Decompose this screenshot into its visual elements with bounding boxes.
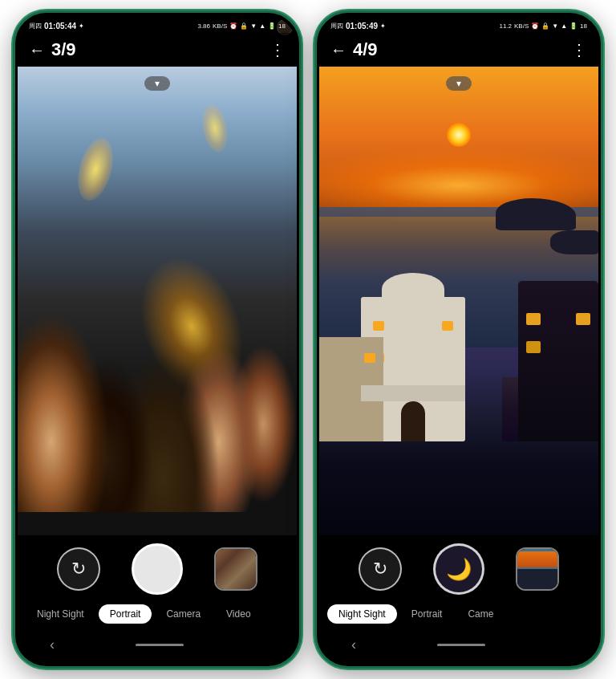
battery-icon-2: 🔋 [569,22,578,30]
status-left-1: 周四 01:05:44 ✦ [29,22,84,30]
window-warm-3 [526,341,541,353]
status-bar-2: 周四 01:05:49 ✦ 11.2 KB/S ⏰ 🔒 ▼ ▲ 🔋 18 [319,15,598,33]
alarm-icon-2: ⏰ [531,22,539,30]
time-2: 01:05:49 [346,22,378,30]
mode-tabs-2: Night Sight Portrait Came [319,601,598,630]
star-icon-2: ✦ [380,22,386,30]
shutter-button-1[interactable] [132,543,183,595]
more-button-2[interactable]: ⋮ [571,40,587,59]
tab-night-sight-2[interactable]: Night Sight [327,604,397,624]
door [401,401,425,441]
alarm-icon-1: ⏰ [229,22,237,30]
status-right-1: 3.86 KB/S ⏰ 🔒 ▼ ▲ 🔋 18 [197,22,286,30]
dome [382,273,444,305]
home-indicator-2 [437,644,485,646]
day-label-1: 周四 [29,22,42,30]
shutter-button-2[interactable]: 🌙 [433,543,484,595]
terrace [361,385,465,401]
bottom-nav-2: ‹ [319,630,598,660]
people-layer-1 [18,161,297,512]
speed-unit-1: KB/S [213,22,227,30]
window-warm-2 [576,313,590,325]
tab-night-sight-1[interactable]: Night Sight [26,604,95,624]
gallery-button-2[interactable] [516,547,559,591]
nav-bar-2: ← 4/9 ⋮ [319,33,598,67]
bottom-vignette [319,503,598,535]
sun-disk [447,123,471,147]
page-counter-2: 4/9 [353,39,571,60]
rotate-button-1[interactable]: ↻ [57,547,100,591]
home-indicator-1 [136,644,184,646]
camera-controls-1: ↻ Night Sight Portrait C [18,535,297,664]
time-1: 01:05:44 [44,22,76,30]
window-lit-1 [373,321,384,331]
status-right-2: 11.2 KB/S ⏰ 🔒 ▼ ▲ 🔋 18 [499,22,587,30]
tab-camera-1[interactable]: Camera [155,604,212,624]
rotate-button-2[interactable]: ↻ [359,547,402,591]
wifi-icon-1: ▲ [259,22,265,30]
status-left-2: 周四 01:05:49 ✦ [330,22,386,30]
phone-2-inner: 周四 01:05:49 ✦ 11.2 KB/S ⏰ 🔒 ▼ ▲ 🔋 18 ← [319,15,598,664]
battery-num-2: 18 [580,22,587,30]
wifi-icon-2: ▲ [561,22,567,30]
battery-icon-1: 🔋 [268,22,276,30]
status-bar-1: 周四 01:05:44 ✦ 3.86 KB/S ⏰ 🔒 ▼ ▲ 🔋 18 [18,15,297,33]
nav-bar-1: ← 3/9 ⋮ [18,33,297,67]
camera-buttons-2: ↻ 🌙 [319,543,598,595]
rotate-icon-2: ↻ [373,559,387,579]
back-button-2[interactable]: ← [330,41,346,59]
dropdown-indicator-1[interactable] [144,76,170,91]
lock-icon-1: 🔒 [240,22,248,30]
thumb-land [517,569,557,589]
phone-2-frame: 周四 01:05:49 ✦ 11.2 KB/S ⏰ 🔒 ▼ ▲ 🔋 18 ← [314,10,603,669]
window-warm-1 [526,313,541,325]
tab-camera-2[interactable]: Came [456,604,505,624]
back-button-1[interactable]: ← [29,41,45,59]
gallery-button-1[interactable] [214,547,257,591]
image-area-1 [18,67,297,535]
tab-video-1[interactable]: Video [215,604,261,624]
phone-1-frame: 周四 01:05:44 ✦ 3.86 KB/S ⏰ 🔒 ▼ ▲ 🔋 18 ← [13,10,302,669]
back-nav-2[interactable]: ‹ [351,636,356,653]
structure-right [518,281,598,441]
gallery-thumb-1 [216,549,256,589]
dropdown-indicator-2[interactable] [446,76,472,91]
phone-2: 周四 01:05:49 ✦ 11.2 KB/S ⏰ 🔒 ▼ ▲ 🔋 18 ← [314,10,603,669]
buildings-2 [319,281,598,441]
speed-1: 3.86 [197,22,210,30]
phone-1: 周四 01:05:44 ✦ 3.86 KB/S ⏰ 🔒 ▼ ▲ 🔋 18 ← [13,10,302,669]
day-label-2: 周四 [330,22,343,30]
thumb-sky [517,551,557,567]
mode-tabs-1: Night Sight Portrait Camera Video [18,601,297,630]
moon-icon-2: 🌙 [446,557,472,582]
camera-buttons-1: ↻ [18,543,297,595]
speed-2: 11.2 [499,22,512,30]
star-icon-1: ✦ [79,22,84,30]
image-area-2 [319,67,598,535]
signal-icon-2: ▼ [552,22,558,30]
lock-icon-2: 🔒 [541,22,549,30]
speed-unit-2: KB/S [514,22,529,30]
back-nav-1[interactable]: ‹ [50,636,55,653]
tab-portrait-2[interactable]: Portrait [400,604,454,624]
gallery-thumb-2 [517,549,557,589]
more-button-1[interactable]: ⋮ [270,40,286,59]
camera-controls-2: ↻ 🌙 [319,535,598,664]
window-left-1 [364,353,375,363]
page-counter-1: 3/9 [51,39,270,60]
window-lit-2 [442,321,453,331]
phone-1-inner: 周四 01:05:44 ✦ 3.86 KB/S ⏰ 🔒 ▼ ▲ 🔋 18 ← [18,15,297,664]
signal-icon-1: ▼ [250,22,257,30]
battery-num-1: 18 [278,22,286,30]
bottom-nav-1: ‹ [18,630,297,660]
peninsula [550,230,598,254]
tab-portrait-1[interactable]: Portrait [99,604,152,624]
rotate-icon-1: ↻ [71,559,86,579]
